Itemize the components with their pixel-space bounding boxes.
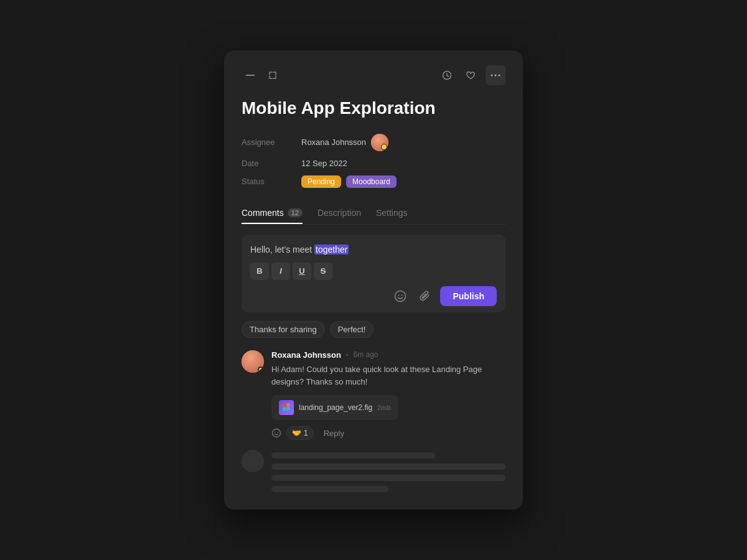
svg-point-7 (402, 294, 403, 296)
comment-item: Roxana Johnsson • 6m ago Hi Adam! Could … (242, 350, 505, 441)
svg-rect-8 (283, 403, 286, 407)
minimize-button[interactable] (242, 67, 259, 84)
underline-button[interactable]: U (293, 263, 311, 280)
comment-input-area[interactable]: Hello, let's meet together B I U S (242, 235, 505, 312)
loading-line-3 (271, 475, 505, 481)
reaction-button[interactable]: 🤝 1 (286, 426, 314, 440)
date-label: Date (242, 159, 291, 168)
svg-point-4 (499, 74, 500, 76)
comment-avatar (242, 350, 264, 373)
attachment-size: 2mb (377, 404, 390, 411)
svg-rect-9 (286, 403, 290, 407)
status-badge-moodboard[interactable]: Moodboard (346, 175, 397, 188)
online-indicator (258, 366, 263, 372)
svg-point-11 (286, 407, 290, 411)
assignee-value: Roxana Johnsson (301, 134, 388, 151)
tabs: Comments 12 Description Settings (242, 203, 505, 225)
svg-point-5 (395, 291, 406, 301)
status-row: Status Pending Moodboard (242, 175, 505, 188)
modal-title: Mobile App Exploration (242, 98, 505, 119)
date-value: 12 Sep 2022 (301, 159, 347, 168)
assignee-label: Assignee (242, 138, 291, 147)
quick-reply-thanks[interactable]: Thanks for sharing (242, 321, 325, 338)
svg-point-14 (275, 432, 276, 433)
modal-toolbar (242, 65, 505, 85)
loading-comment (242, 450, 505, 492)
toolbar-left (242, 67, 281, 84)
history-button[interactable] (438, 67, 456, 84)
task-modal: Mobile App Exploration Assignee Roxana J… (224, 50, 523, 510)
loading-line-1 (271, 452, 435, 459)
quick-reply-perfect[interactable]: Perfect! (330, 321, 374, 338)
svg-point-3 (495, 74, 497, 76)
svg-rect-10 (283, 407, 286, 411)
attachment-button[interactable] (415, 286, 435, 306)
meta-section: Assignee Roxana Johnsson Date 12 Sep 202… (242, 134, 505, 188)
toolbar-right (438, 65, 505, 85)
status-badge-pending[interactable]: Pending (301, 175, 341, 188)
comment-text-highlight: together (314, 245, 349, 254)
svg-point-15 (277, 432, 278, 433)
comments-count: 12 (288, 208, 303, 217)
comment-header: Roxana Johnsson • 6m ago (271, 350, 505, 360)
comment-actions: 🤝 1 Reply (271, 426, 505, 440)
tab-comments[interactable]: Comments 12 (242, 203, 303, 224)
reaction-count: 1 (304, 429, 308, 437)
comment-text-before: Hello, let's meet (250, 245, 314, 254)
svg-point-13 (273, 429, 281, 437)
formatting-toolbar: B I U S (250, 263, 497, 280)
loading-line-2 (271, 464, 505, 470)
strikethrough-button[interactable]: S (314, 263, 332, 280)
status-badges: Pending Moodboard (301, 175, 397, 188)
reply-button[interactable]: Reply (319, 427, 349, 440)
attachment-name: landing_page_ver2.fig (299, 403, 372, 412)
loading-line-4 (271, 486, 388, 492)
avatar (371, 134, 388, 151)
loading-lines (271, 450, 505, 492)
svg-point-6 (398, 294, 400, 296)
comment-body: Roxana Johnsson • 6m ago Hi Adam! Could … (271, 350, 505, 441)
input-actions: Publish (250, 286, 497, 306)
figma-icon (279, 400, 294, 415)
quick-replies: Thanks for sharing Perfect! (242, 321, 505, 338)
expand-button[interactable] (264, 67, 281, 84)
assignee-row: Assignee Roxana Johnsson (242, 134, 505, 151)
add-reaction-button[interactable] (271, 428, 281, 438)
svg-rect-12 (283, 411, 286, 412)
bold-button[interactable]: B (250, 263, 269, 280)
loading-avatar (242, 450, 264, 472)
svg-rect-0 (246, 75, 255, 76)
comment-time: 6m ago (353, 350, 378, 359)
tab-description[interactable]: Description (317, 203, 361, 224)
tab-settings[interactable]: Settings (376, 203, 408, 224)
emoji-button[interactable] (390, 286, 410, 306)
comment-author: Roxana Johnsson (271, 350, 341, 360)
heart-button[interactable] (462, 67, 479, 84)
attachment[interactable]: landing_page_ver2.fig 2mb (271, 395, 398, 420)
more-options-button[interactable] (486, 65, 505, 85)
reaction-emoji: 🤝 (292, 429, 301, 437)
comment-text: Hello, let's meet together (250, 243, 497, 256)
date-row: Date 12 Sep 2022 (242, 159, 505, 168)
comment-text-content: Hi Adam! Could you take quick look at th… (271, 363, 505, 390)
publish-button[interactable]: Publish (440, 286, 497, 306)
italic-button[interactable]: I (271, 263, 290, 280)
assignee-name: Roxana Johnsson (301, 138, 366, 147)
status-label: Status (242, 177, 291, 186)
svg-point-2 (491, 74, 493, 76)
